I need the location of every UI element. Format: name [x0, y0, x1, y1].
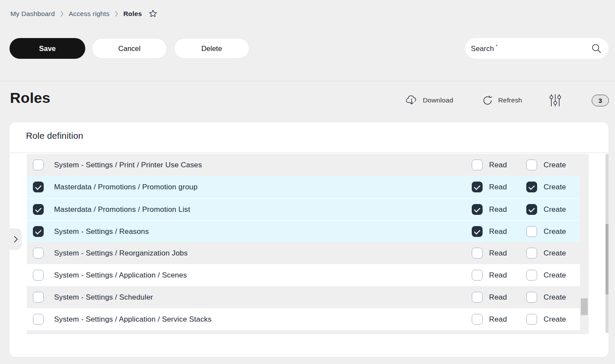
read-label: Read	[489, 315, 507, 324]
create-label: Create	[544, 315, 566, 324]
row-permissions: Read Create	[472, 182, 580, 192]
table-scrollbar-thumb[interactable]	[581, 298, 588, 315]
read-checkbox[interactable]	[472, 182, 483, 192]
read-checkbox[interactable]	[472, 292, 483, 303]
panel-title: Role definition	[26, 131, 83, 141]
search-icon[interactable]	[590, 42, 602, 54]
table-row[interactable]: System - Settings / Reasons Read Create	[27, 220, 580, 242]
delete-button[interactable]: Delete	[174, 38, 249, 59]
row-label: Masterdata / Promotions / Promotion List	[54, 205, 190, 214]
create-cell: Create	[526, 160, 580, 170]
row-select-checkbox[interactable]	[33, 182, 44, 192]
cancel-button[interactable]: Cancel	[92, 38, 167, 59]
table-row[interactable]: System - Settings / Application / Servic…	[27, 308, 580, 330]
row-select-checkbox[interactable]	[33, 204, 44, 215]
read-label: Read	[489, 293, 507, 302]
panel-expander-button[interactable]	[10, 228, 22, 250]
read-checkbox[interactable]	[472, 226, 483, 237]
row-select-checkbox[interactable]	[33, 226, 44, 237]
card-scrollbar-thumb[interactable]	[605, 224, 609, 294]
create-checkbox[interactable]	[526, 182, 537, 192]
breadcrumb: My Dashboard Access rights Roles	[10, 9, 158, 19]
required-asterisk: *	[496, 44, 497, 49]
chevron-right-icon	[115, 11, 118, 17]
read-cell: Read	[472, 160, 526, 170]
read-cell: Read	[472, 204, 526, 215]
row-permissions: Read Create	[472, 160, 580, 170]
read-checkbox[interactable]	[472, 160, 483, 170]
search-input[interactable]: Search *	[465, 38, 609, 59]
row-select-checkbox[interactable]	[33, 292, 44, 303]
create-checkbox[interactable]	[526, 248, 537, 259]
create-label: Create	[544, 271, 566, 280]
read-checkbox[interactable]	[472, 204, 483, 215]
read-label: Read	[489, 161, 507, 169]
create-label: Create	[544, 227, 566, 236]
create-label: Create	[544, 293, 566, 302]
row-select-checkbox[interactable]	[33, 314, 44, 325]
refresh-button[interactable]: Refresh	[482, 94, 522, 107]
create-label: Create	[544, 249, 566, 258]
breadcrumb-item-dashboard[interactable]: My Dashboard	[10, 10, 55, 18]
download-label: Download	[423, 96, 453, 104]
table-row[interactable]: Masterdata / Promotions / Promotion grou…	[27, 176, 580, 198]
roles-list: System - Settings / Print / Printer Use …	[27, 154, 580, 334]
create-label: Create	[544, 183, 566, 192]
breadcrumb-item-roles: Roles	[123, 10, 142, 18]
read-checkbox[interactable]	[472, 270, 483, 281]
row-permissions: Read Create	[472, 292, 580, 303]
read-checkbox[interactable]	[472, 248, 483, 259]
create-checkbox[interactable]	[526, 270, 537, 281]
row-label: System - Settings / Reasons	[54, 227, 149, 236]
filter-button[interactable]	[549, 94, 561, 107]
read-cell: Read	[472, 292, 526, 303]
refresh-icon	[482, 95, 493, 106]
row-permissions: Read Create	[472, 248, 580, 259]
row-permissions: Read Create	[472, 314, 580, 325]
row-select-checkbox[interactable]	[33, 248, 44, 259]
read-cell: Read	[472, 314, 526, 325]
create-checkbox[interactable]	[526, 292, 537, 303]
table-row[interactable]: System - Settings / Print / Printer Use …	[27, 154, 580, 176]
save-button[interactable]: Save	[10, 38, 85, 59]
panel-divider	[10, 153, 609, 153]
read-label: Read	[489, 205, 507, 214]
create-checkbox[interactable]	[526, 204, 537, 215]
read-label: Read	[489, 227, 507, 236]
row-label: System - Settings / Reorganization Jobs	[54, 249, 188, 258]
search-label: Search	[471, 45, 494, 53]
role-definition-panel: Role definition System - Settings / Prin…	[10, 122, 609, 357]
row-select-checkbox[interactable]	[33, 270, 44, 281]
favorite-star-icon[interactable]	[148, 9, 158, 19]
create-cell: Create	[526, 270, 580, 281]
table-row[interactable]: System - Settings / Application / Scenes…	[27, 264, 580, 286]
create-cell: Create	[526, 314, 580, 325]
row-select-checkbox[interactable]	[33, 160, 44, 170]
create-cell: Create	[526, 226, 580, 237]
row-label: System - Settings / Application / Servic…	[54, 315, 212, 324]
read-cell: Read	[472, 182, 526, 192]
row-permissions: Read Create	[472, 204, 580, 215]
row-permissions: Read Create	[472, 226, 580, 237]
table-row[interactable]: System - Settings / Reorganization Jobs …	[27, 242, 580, 264]
create-checkbox[interactable]	[526, 160, 537, 170]
row-permissions: Read Create	[472, 270, 580, 281]
chevron-right-icon	[60, 11, 64, 17]
create-checkbox[interactable]	[526, 226, 537, 237]
chevron-right-icon	[13, 236, 18, 243]
filter-count-badge[interactable]: 3	[592, 95, 609, 106]
refresh-label: Refresh	[498, 96, 522, 104]
table-row[interactable]: System - Settings / Scheduler Read Creat…	[27, 286, 580, 308]
section-divider	[0, 81, 615, 81]
create-label: Create	[544, 161, 566, 169]
create-checkbox[interactable]	[526, 314, 537, 325]
table-row-partial	[27, 330, 580, 334]
row-label: System - Settings / Print / Printer Use …	[54, 161, 202, 169]
breadcrumb-item-access-rights[interactable]: Access rights	[69, 10, 109, 18]
read-checkbox[interactable]	[472, 314, 483, 325]
download-button[interactable]: Download	[405, 94, 453, 107]
row-label: System - Settings / Scheduler	[54, 293, 153, 302]
table-row[interactable]: Masterdata / Promotions / Promotion List…	[27, 198, 580, 220]
cloud-download-icon	[405, 95, 418, 106]
create-cell: Create	[526, 248, 580, 259]
